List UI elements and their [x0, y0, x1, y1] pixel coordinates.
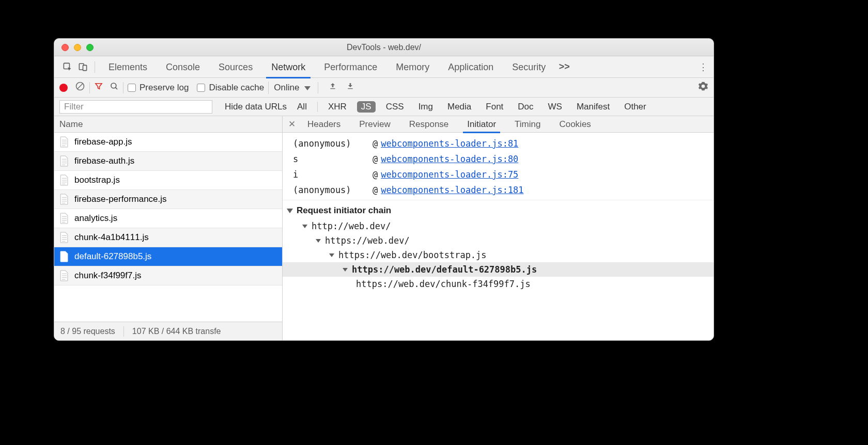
filter-input[interactable]	[59, 100, 212, 114]
download-har-icon[interactable]	[346, 82, 354, 93]
type-filter-other[interactable]: Other	[620, 101, 650, 113]
type-filter-manifest[interactable]: Manifest	[572, 101, 614, 113]
request-name: analytics.js	[74, 213, 117, 224]
overflow-tabs-button[interactable]: >>	[555, 59, 574, 75]
close-window-button[interactable]	[61, 44, 69, 51]
disable-cache-label: Disable cache	[209, 83, 264, 93]
panel-tab-application[interactable]: Application	[439, 56, 503, 78]
svg-rect-2	[83, 65, 86, 70]
separator	[95, 61, 95, 73]
type-filter-font[interactable]: Font	[482, 101, 507, 113]
har-import-export	[329, 82, 354, 93]
request-row[interactable]: analytics.js	[54, 209, 282, 228]
type-filter-all[interactable]: All	[293, 101, 311, 113]
type-filter-media[interactable]: Media	[443, 101, 475, 113]
request-name: default-627898b5.js	[74, 251, 151, 262]
initiator-chain-header[interactable]: Request initiator chain	[283, 200, 714, 219]
clear-log-icon[interactable]	[75, 81, 85, 94]
file-icon	[59, 270, 69, 281]
request-name: chunk-4a1b4111.js	[74, 232, 149, 243]
source-link[interactable]: webcomponents-loader.js:81	[381, 138, 518, 149]
hide-data-urls-label: Hide data URLs	[225, 102, 287, 112]
type-filter-js[interactable]: JS	[357, 101, 376, 113]
stack-frame: (anonymous)@ webcomponents-loader.js:181	[283, 182, 524, 198]
svg-point-5	[111, 83, 116, 88]
detail-tab-initiator[interactable]: Initiator	[458, 116, 505, 133]
chain-url: https://web.dev/	[325, 235, 410, 246]
preserve-log-label: Preserve log	[140, 83, 189, 93]
request-row[interactable]: firebase-app.js	[54, 133, 282, 152]
preserve-log-checkbox[interactable]	[128, 84, 136, 92]
devtools-window: DevTools - web.dev/ ElementsConsoleSourc…	[54, 38, 714, 341]
record-button[interactable]	[59, 84, 68, 92]
detail-tab-preview[interactable]: Preview	[350, 116, 399, 133]
type-filter-xhr[interactable]: XHR	[324, 101, 351, 113]
request-row[interactable]: default-627898b5.js	[54, 247, 282, 266]
chain-url: http://web.dev/	[312, 221, 391, 231]
chain-node[interactable]: https://web.dev/default-627898b5.js	[283, 262, 714, 277]
chain-node[interactable]: https://web.dev/	[290, 233, 714, 248]
panel-tab-elements[interactable]: Elements	[99, 56, 157, 78]
file-icon	[59, 174, 69, 186]
window-controls	[54, 44, 94, 51]
type-filter-doc[interactable]: Doc	[514, 101, 537, 113]
minimize-window-button[interactable]	[74, 44, 81, 51]
settings-icon[interactable]	[698, 81, 708, 94]
type-filter-ws[interactable]: WS	[544, 101, 566, 113]
request-row[interactable]: firebase-performance.js	[54, 190, 282, 209]
close-detail-icon[interactable]: ✕	[286, 119, 298, 130]
initiator-stack: (anonymous)@ webcomponents-loader.js:81s…	[283, 133, 714, 200]
detail-tab-response[interactable]: Response	[400, 116, 458, 133]
request-row[interactable]: firebase-auth.js	[54, 152, 282, 171]
search-icon[interactable]	[110, 82, 119, 93]
panel-tab-console[interactable]: Console	[157, 56, 209, 78]
file-icon	[59, 194, 69, 205]
stack-frame: (anonymous)@ webcomponents-loader.js:81	[283, 136, 524, 151]
type-filter-css[interactable]: CSS	[382, 101, 408, 113]
detail-tab-cookies[interactable]: Cookies	[550, 116, 600, 133]
disable-cache-checkbox[interactable]	[197, 84, 205, 92]
chain-node[interactable]: http://web.dev/	[290, 219, 714, 233]
zoom-window-button[interactable]	[86, 44, 94, 51]
detail-tabs: ✕ HeadersPreviewResponseInitiatorTimingC…	[283, 116, 714, 133]
kebab-menu-icon[interactable]: ⋮	[696, 61, 710, 73]
panel-tab-network[interactable]: Network	[262, 56, 315, 78]
titlebar: DevTools - web.dev/	[54, 39, 714, 56]
throttling-select[interactable]: Online	[268, 82, 313, 94]
device-mode-icon[interactable]	[75, 59, 90, 75]
disclosure-triangle-icon	[343, 268, 348, 272]
request-name: chunk-f34f99f7.js	[74, 271, 141, 281]
chain-url: https://web.dev/chunk-f34f99f7.js	[356, 279, 531, 289]
request-list-header: Name	[54, 116, 282, 133]
file-icon	[59, 213, 69, 224]
detail-tab-headers[interactable]: Headers	[298, 116, 350, 133]
request-row[interactable]: chunk-4a1b4111.js	[54, 228, 282, 247]
type-filter-img[interactable]: Img	[414, 101, 437, 113]
detail-tab-timing[interactable]: Timing	[505, 116, 550, 133]
filter-icon[interactable]	[94, 82, 103, 93]
stack-frame: s@ webcomponents-loader.js:80	[283, 151, 524, 167]
svg-line-4	[78, 84, 83, 89]
initiator-chain: http://web.dev/https://web.dev/https://w…	[283, 219, 714, 295]
panel-tab-sources[interactable]: Sources	[209, 56, 262, 78]
panel-tab-performance[interactable]: Performance	[315, 56, 386, 78]
upload-har-icon[interactable]	[329, 82, 337, 93]
panel-tab-memory[interactable]: Memory	[386, 56, 439, 78]
request-list-status: 8 / 95 requests 107 KB / 644 KB transfe	[54, 322, 282, 340]
svg-line-6	[115, 87, 117, 89]
inspect-element-icon[interactable]	[59, 59, 75, 75]
chain-node[interactable]: https://web.dev/bootstrap.js	[290, 248, 714, 262]
source-link[interactable]: webcomponents-loader.js:181	[381, 185, 523, 195]
disclosure-triangle-icon	[316, 239, 321, 243]
network-toolbar: Preserve log Disable cache Online	[54, 78, 714, 98]
window-title: DevTools - web.dev/	[54, 43, 714, 52]
request-row[interactable]: chunk-f34f99f7.js	[54, 266, 282, 285]
panel-tab-security[interactable]: Security	[503, 56, 555, 78]
svg-rect-8	[348, 88, 353, 89]
file-icon	[59, 136, 69, 148]
throttling-value: Online	[269, 83, 313, 93]
chain-node[interactable]: https://web.dev/chunk-f34f99f7.js	[290, 277, 714, 291]
source-link[interactable]: webcomponents-loader.js:75	[381, 169, 518, 180]
source-link[interactable]: webcomponents-loader.js:80	[381, 154, 518, 164]
request-row[interactable]: bootstrap.js	[54, 171, 282, 190]
